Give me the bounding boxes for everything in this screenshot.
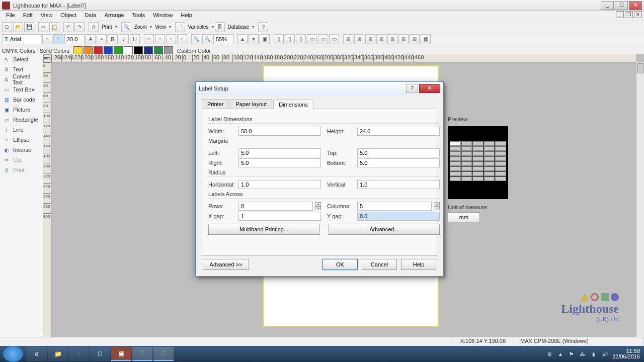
tool-text[interactable]: AText (0, 64, 43, 74)
tab-dimensions[interactable]: Dimensions (273, 100, 313, 109)
ok-button[interactable]: OK (323, 259, 358, 270)
tray-win-icon[interactable]: ⊞ (546, 350, 553, 357)
move-front-icon[interactable]: ▲ (237, 34, 248, 44)
zoom-combo[interactable]: 55% (213, 34, 233, 44)
menu-window[interactable]: Window (149, 11, 177, 21)
move-back-icon[interactable]: ▼ (249, 34, 259, 44)
zoom-label[interactable]: Zoom (132, 24, 149, 30)
menu-data[interactable]: Data (80, 11, 100, 21)
align-left-icon[interactable]: ≡ (42, 34, 52, 44)
mdi-restore[interactable]: ❐ (625, 11, 633, 18)
menu-file[interactable]: File (2, 11, 19, 21)
advanced-toggle-button[interactable]: Advanced >> (203, 259, 249, 270)
custom-color[interactable]: Custom Color (177, 48, 211, 54)
al6-icon[interactable]: ▭ (329, 34, 339, 44)
zoom-icon[interactable]: 🔍 (121, 22, 131, 32)
menu-help[interactable]: Help (177, 11, 196, 21)
group-icon[interactable]: ▣ (260, 34, 270, 44)
dialog-close-button[interactable]: ✕ (419, 84, 440, 93)
help-button[interactable]: Help (401, 259, 436, 270)
cmyk-label[interactable]: CMYK Colors (2, 48, 36, 54)
excel-icon[interactable]: X (69, 347, 89, 361)
menu-tools[interactable]: Tools (128, 11, 149, 21)
al1-icon[interactable]: ▯ (274, 34, 284, 44)
cancel-button[interactable]: Cancel (362, 259, 397, 270)
open-icon[interactable]: 📂 (13, 22, 23, 32)
clock[interactable]: 11:50 22/06/2016 (612, 348, 640, 359)
print-icon[interactable]: ⎙ (89, 22, 99, 32)
menu-view[interactable]: View (37, 11, 57, 21)
cols-input[interactable] (357, 202, 432, 211)
tray-wifi-icon[interactable]: ▮ (590, 350, 597, 357)
justify-center-icon[interactable]: ≡ (155, 34, 165, 44)
menu-arrange[interactable]: Arrange (100, 11, 128, 21)
help-icon[interactable]: ? (258, 22, 268, 32)
tab-printer[interactable]: Printer (202, 99, 229, 109)
align-center-icon[interactable]: ≡ (53, 34, 63, 44)
undo-icon[interactable]: ↶ (63, 22, 73, 32)
print-label[interactable]: Print (100, 24, 114, 30)
mdi-minimize[interactable]: _ (616, 11, 624, 18)
variables-icon[interactable]: 📄 (175, 22, 185, 32)
uom-button[interactable]: mm (448, 212, 480, 222)
multiband-button[interactable]: Multiband Printing... (208, 224, 319, 235)
explorer-icon[interactable]: 📁 (48, 347, 68, 361)
zoom-in-icon[interactable]: 🔍 (191, 34, 201, 44)
underline-icon[interactable]: U (130, 34, 140, 44)
dialog-titlebar[interactable]: Label Setup ? ✕ (196, 82, 443, 95)
top-input[interactable] (357, 148, 440, 157)
v-scrollbar[interactable] (636, 62, 644, 338)
close-button[interactable]: ✕ (629, 1, 642, 10)
vradius-input[interactable] (357, 180, 440, 189)
tool-inverse[interactable]: ◐Inverse (0, 145, 43, 155)
bold-icon[interactable]: B (108, 34, 118, 44)
justify-right-icon[interactable]: ≡ (166, 34, 176, 44)
tool-text-box[interactable]: ▭Text Box (0, 84, 43, 95)
tool-select[interactable]: ↖Select (0, 54, 43, 64)
menu-edit[interactable]: Edit (19, 11, 37, 21)
database-icon[interactable]: 🗄 (215, 22, 225, 32)
tab-paper-layout[interactable]: Paper layout (230, 99, 272, 109)
tool-ellipse[interactable]: ○Ellipse (0, 135, 43, 145)
dialog-help-icon[interactable]: ? (406, 84, 418, 93)
right-input[interactable] (238, 158, 321, 167)
dist3-icon[interactable]: ⊞ (365, 34, 375, 44)
cols-spinner[interactable]: ▴▾ (434, 202, 440, 210)
al4-icon[interactable]: ▭ (307, 34, 317, 44)
font-name-combo[interactable]: TArial (2, 34, 41, 44)
color-swatch-9[interactable] (164, 46, 173, 55)
minimize-button[interactable]: _ (601, 1, 614, 10)
maximize-button[interactable]: ☐ (615, 1, 628, 10)
increase-size-icon[interactable]: A (86, 34, 96, 44)
rows-input[interactable] (238, 202, 313, 211)
save-icon[interactable]: 💾 (24, 22, 34, 32)
cut-icon[interactable]: ✂ (38, 22, 48, 32)
mdi-close[interactable]: ✕ (634, 11, 642, 18)
tray-vol-icon[interactable]: 🔊 (601, 350, 608, 357)
tray-net-icon[interactable]: 🖧 (579, 350, 586, 357)
dist1-icon[interactable]: ⊞ (343, 34, 353, 44)
font-size-combo[interactable]: 20.0 (64, 34, 85, 44)
dist7-icon[interactable]: ⊞ (410, 34, 420, 44)
color-swatch-8[interactable] (154, 46, 163, 55)
database-label[interactable]: Database (226, 24, 252, 30)
hradius-input[interactable] (238, 180, 321, 189)
decrease-size-icon[interactable]: A (97, 34, 107, 44)
color-swatch-5[interactable] (124, 46, 133, 55)
width-input[interactable] (238, 127, 321, 136)
italic-icon[interactable]: I (119, 34, 129, 44)
new-icon[interactable]: 🗋 (2, 22, 12, 32)
dist4-icon[interactable]: ⊞ (376, 34, 386, 44)
app3-icon[interactable]: C (153, 347, 174, 361)
color-swatch-4[interactable] (114, 46, 123, 55)
xgap-input[interactable] (238, 212, 321, 221)
left-input[interactable] (238, 148, 321, 157)
ie-icon[interactable]: e (27, 347, 47, 361)
dist2-icon[interactable]: ⊞ (354, 34, 364, 44)
grid-icon[interactable]: ▦ (421, 34, 431, 44)
dist5-icon[interactable]: ⊞ (387, 34, 397, 44)
paste-icon[interactable]: 📋 (49, 22, 59, 32)
ygap-input[interactable] (357, 212, 440, 221)
color-swatch-1[interactable] (84, 46, 93, 55)
height-input[interactable] (357, 127, 440, 136)
